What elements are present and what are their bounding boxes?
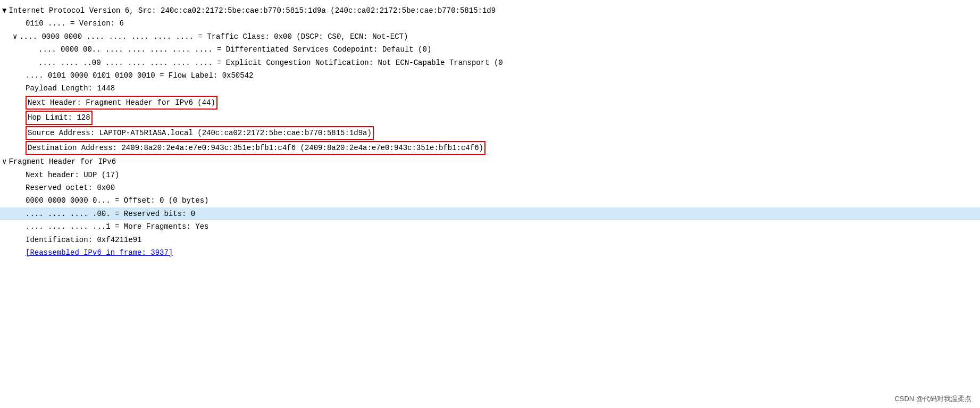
next-header-row: Next Header: Fragment Header for IPv6 (4…: [0, 95, 980, 110]
identification-text: Identification: 0xf4211e91: [26, 234, 141, 246]
hop-limit-row: Hop Limit: 128: [0, 110, 980, 125]
reserved-bits-text: .... .... .... .00. = Reserved bits: 0: [26, 208, 195, 220]
flow-label-row: .... 0101 0000 0101 0100 0010 = Flow Lab…: [0, 69, 980, 82]
traffic-class-row[interactable]: ∨ .... 0000 0000 .... .... .... .... ...…: [0, 30, 980, 43]
offset-row: 0000 0000 0000 0... = Offset: 0 (0 bytes…: [0, 194, 980, 207]
ipv6-row[interactable]: ▼ Internet Protocol Version 6, Src: 240c…: [0, 4, 980, 17]
reserved-bits-row: .... .... .... .00. = Reserved bits: 0: [0, 207, 980, 220]
hop-limit-text: Hop Limit: 128: [28, 113, 90, 122]
toggle-ipv6[interactable]: ▼: [2, 5, 6, 16]
src-addr-text: Source Address: LAPTOP-AT5R1ASA.local (2…: [28, 129, 372, 137]
next-header-text: Next Header: Fragment Header for IPv6 (4…: [28, 98, 215, 107]
dscp-text: .... 0000 00.. .... .... .... .... .... …: [38, 44, 431, 55]
dst-addr-box: Destination Address: 2409:8a20:2e4a:e7e0…: [26, 141, 485, 155]
more-fragments-text: .... .... .... ...1 = More Fragments: Ye…: [26, 221, 208, 232]
next-header-udp-text: Next header: UDP (17): [26, 169, 119, 181]
more-fragments-row: .... .... .... ...1 = More Fragments: Ye…: [0, 220, 980, 233]
frag-header-row[interactable]: ∨ Fragment Header for IPv6: [0, 155, 980, 168]
version-text: 0110 .... = Version: 6: [26, 18, 124, 29]
payload-length-text: Payload Length: 1448: [26, 82, 115, 94]
traffic-class-text: .... 0000 0000 .... .... .... .... .... …: [19, 31, 408, 43]
dst-addr-row: Destination Address: 2409:8a20:2e4a:e7e0…: [0, 140, 980, 155]
reassembled-link-text[interactable]: [Reassembled IPv6 in frame: 3937]: [26, 247, 173, 259]
toggle-traffic-class[interactable]: ∨: [13, 31, 17, 43]
payload-length-row: Payload Length: 1448: [0, 82, 980, 95]
next-header-box: Next Header: Fragment Header for IPv6 (4…: [26, 96, 217, 110]
dst-addr-text: Destination Address: 2409:8a20:2e4a:e7e0…: [28, 144, 483, 152]
frag-header-text: Fragment Header for IPv6: [9, 156, 116, 168]
ecn-row: .... .... ..00 .... .... .... .... .... …: [0, 56, 980, 69]
packet-tree: ▼ Internet Protocol Version 6, Src: 240c…: [0, 0, 980, 408]
hop-limit-box: Hop Limit: 128: [26, 111, 93, 124]
flow-label-text: .... 0101 0000 0101 0100 0010 = Flow Lab…: [26, 70, 253, 81]
reassembled-link-row[interactable]: [Reassembled IPv6 in frame: 3937]: [0, 246, 980, 259]
src-addr-row: Source Address: LAPTOP-AT5R1ASA.local (2…: [0, 126, 980, 140]
reserved-octet-text: Reserved octet: 0x00: [26, 182, 115, 194]
ipv6-text: Internet Protocol Version 6, Src: 240c:c…: [9, 5, 496, 16]
src-addr-box: Source Address: LAPTOP-AT5R1ASA.local (2…: [26, 126, 374, 140]
offset-text: 0000 0000 0000 0... = Offset: 0 (0 bytes…: [26, 195, 208, 206]
reserved-octet-row: Reserved octet: 0x00: [0, 181, 980, 194]
version-row: 0110 .... = Version: 6: [0, 17, 980, 30]
dscp-row: .... 0000 00.. .... .... .... .... .... …: [0, 43, 980, 56]
ecn-text: .... .... ..00 .... .... .... .... .... …: [38, 57, 503, 69]
next-header-udp-row: Next header: UDP (17): [0, 169, 980, 181]
toggle-frag-header[interactable]: ∨: [2, 156, 6, 168]
watermark: CSDN @代码对我温柔点: [894, 394, 971, 404]
identification-row: Identification: 0xf4211e91: [0, 234, 980, 246]
